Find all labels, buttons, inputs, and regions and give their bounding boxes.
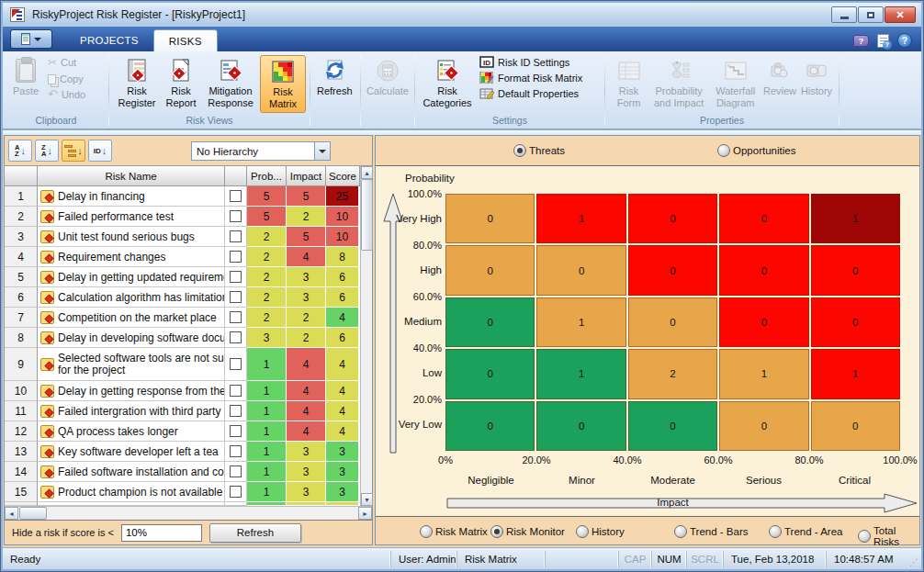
risk-name-cell[interactable]: Requirement changes (38, 247, 225, 267)
table-row[interactable]: 5Delay in getting updated requireme236 (5, 267, 360, 287)
table-row[interactable]: 2Failed performance test5210 (5, 207, 360, 227)
radio-icon[interactable] (513, 144, 526, 157)
horizontal-scrollbar[interactable]: ◄ ► (5, 506, 372, 520)
help-book-icon[interactable]: ? (853, 35, 869, 47)
risk-open-checkbox[interactable] (230, 465, 242, 477)
risk-name-cell[interactable]: Key software developer left a tea (38, 442, 225, 462)
table-row[interactable]: 7Competition on the market place224 (5, 308, 360, 328)
table-row[interactable]: 3Unit test found serious bugs2510 (5, 227, 360, 247)
title-bar[interactable]: RiskyProject Risk Register - [RiskyProje… (3, 3, 921, 27)
mitigation-response-button[interactable]: Mitigation Response (201, 55, 260, 111)
scrollbar-thumb[interactable] (361, 179, 373, 251)
scroll-up-button[interactable]: ▲ (361, 166, 373, 179)
risk-name-cell[interactable]: Failed intergration with third party (38, 401, 225, 421)
risk-name-cell[interactable]: Calculation algorithm has limitations (38, 287, 225, 308)
table-row[interactable]: 6Calculation algorithm has limitations23… (5, 287, 360, 308)
risk-open-checkbox[interactable] (230, 486, 242, 498)
header-score[interactable]: Score (326, 166, 360, 186)
table-row[interactable]: 12QA process takes longer144 (5, 421, 360, 442)
risk-open-checkbox[interactable] (230, 271, 242, 283)
radio-type-opportunities[interactable]: Opportunities (717, 144, 795, 157)
radio-icon[interactable] (420, 525, 433, 538)
default-properties-button[interactable]: Default Properties (476, 86, 586, 100)
risk-open-checkbox[interactable] (230, 230, 242, 242)
risk-name-cell[interactable]: Competition on the market place (38, 308, 225, 328)
resize-grip[interactable]: ⋰ (908, 551, 921, 567)
risk-register-button[interactable]: Risk Register (113, 55, 161, 111)
risk-categories-button[interactable]: Risk Categories (419, 55, 476, 111)
matrix-cell[interactable]: 0 (811, 401, 900, 451)
radio-icon[interactable] (674, 525, 687, 538)
matrix-cell[interactable]: 1 (811, 194, 900, 243)
help-icon[interactable]: ? (897, 33, 912, 48)
matrix-cell[interactable]: 0 (536, 245, 625, 295)
matrix-cell[interactable]: 0 (719, 401, 808, 451)
table-row[interactable]: 8Delay in developing software docu326 (5, 328, 360, 348)
matrix-cell[interactable]: 0 (719, 194, 808, 243)
matrix-cell[interactable]: 0 (445, 401, 535, 451)
header-impact[interactable]: Impact (287, 166, 326, 186)
header-checkbox[interactable] (225, 166, 247, 186)
matrix-cell[interactable]: 1 (811, 349, 900, 398)
sort-id-button[interactable]: ID↓ (88, 140, 112, 162)
table-row[interactable]: 10Delay in getting response from the144 (5, 381, 360, 401)
risk-name-cell[interactable]: Delay in getting updated requireme (38, 267, 225, 287)
risk-name-cell[interactable]: Failed software installation and co (38, 462, 225, 482)
risk-name-cell[interactable]: QA process takes longer (38, 421, 225, 442)
sort-za-button[interactable]: ZA↓ (35, 140, 59, 162)
radio-icon[interactable] (858, 530, 871, 543)
header-row-number[interactable] (5, 166, 38, 186)
format-risk-matrix-button[interactable]: Format Risk Matrix (476, 71, 586, 84)
matrix-cell[interactable]: 0 (628, 245, 717, 295)
risk-open-checkbox[interactable] (230, 358, 242, 370)
matrix-cell[interactable]: 0 (811, 245, 900, 295)
risk-open-checkbox[interactable] (230, 445, 242, 457)
risk-name-cell[interactable]: Failed performance test (38, 207, 225, 227)
matrix-cell[interactable]: 0 (719, 297, 808, 347)
risk-name-cell[interactable]: Unit test found serious bugs (38, 227, 225, 247)
matrix-cell[interactable]: 0 (445, 245, 535, 295)
minimize-button[interactable] (831, 6, 857, 23)
radio-view-total-risks[interactable]: Total Risks (858, 525, 919, 547)
radio-icon[interactable] (717, 144, 730, 157)
radio-view-trend-bars[interactable]: Trend - Bars (674, 525, 748, 538)
matrix-cell[interactable]: 1 (536, 349, 625, 398)
risk-name-cell[interactable]: Delay in getting response from the (38, 381, 225, 401)
hide-score-input[interactable] (121, 524, 202, 542)
matrix-cell[interactable]: 0 (445, 297, 535, 347)
risk-open-checkbox[interactable] (230, 190, 242, 202)
risk-open-checkbox[interactable] (230, 405, 242, 417)
sort-hierarchy-button[interactable]: ↓ (62, 140, 85, 162)
matrix-cell[interactable]: 0 (445, 349, 535, 398)
risk-name-cell[interactable]: Selected software tools are not su for t… (38, 348, 225, 381)
matrix-cell[interactable]: 0 (628, 297, 717, 347)
restore-button[interactable] (858, 6, 884, 23)
close-button[interactable]: ✕ (885, 6, 916, 23)
table-row[interactable]: 9Selected software tools are not su for … (5, 348, 360, 381)
tab-risks[interactable]: RISKS (153, 29, 218, 51)
tab-projects[interactable]: PROJECTS (65, 29, 153, 51)
radio-icon[interactable] (769, 525, 782, 538)
risk-open-checkbox[interactable] (230, 291, 242, 303)
context-help-icon[interactable] (877, 34, 889, 48)
risk-name-cell[interactable]: Product champion is not available (38, 482, 225, 502)
risk-open-checkbox[interactable] (230, 331, 242, 343)
matrix-cell[interactable]: 1 (536, 194, 625, 243)
risk-matrix-button[interactable]: Risk Matrix (260, 55, 306, 113)
refresh-button[interactable]: Refresh (314, 55, 355, 99)
scroll-left-button[interactable]: ◄ (5, 507, 18, 520)
table-row[interactable]: 4Requirement changes248 (5, 247, 360, 267)
radio-view-risk-monitor[interactable]: Risk Monitor (490, 525, 565, 538)
matrix-cell[interactable]: 0 (628, 401, 717, 451)
sort-az-button[interactable]: AZ↓ (8, 140, 32, 162)
matrix-cell[interactable]: 0 (536, 401, 625, 451)
hierarchy-dropdown[interactable]: No Hierarchy (191, 141, 331, 161)
matrix-cell[interactable]: 0 (445, 194, 535, 243)
radio-icon[interactable] (490, 525, 503, 538)
matrix-cell[interactable]: 1 (536, 297, 625, 347)
matrix-cell[interactable]: 1 (719, 349, 808, 398)
risk-open-checkbox[interactable] (230, 311, 242, 323)
application-menu-button[interactable] (10, 29, 52, 49)
radio-view-history[interactable]: History (576, 525, 625, 538)
header-risk-name[interactable]: Risk Name (38, 166, 225, 186)
